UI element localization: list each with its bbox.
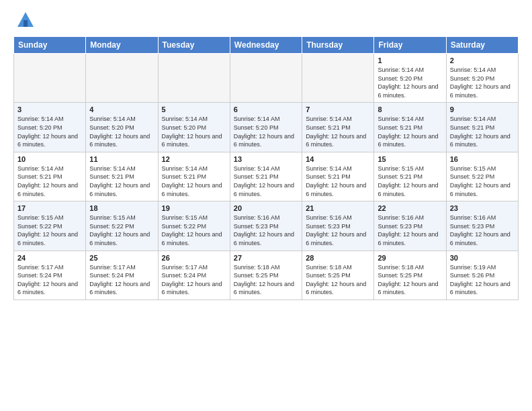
day-number: 22 (378, 204, 442, 212)
day-number: 8 (378, 105, 442, 113)
day-info: Sunrise: 5:14 AMSunset: 5:21 PMDaylight:… (450, 115, 515, 148)
day-number: 23 (450, 204, 515, 212)
page: SundayMondayTuesdayWednesdayThursdayFrid… (0, 0, 532, 307)
day-info: Sunrise: 5:14 AMSunset: 5:20 PMDaylight:… (234, 115, 298, 148)
day-info: Sunrise: 5:14 AMSunset: 5:21 PMDaylight:… (378, 115, 442, 148)
day-number: 1 (378, 56, 442, 64)
day-info: Sunrise: 5:14 AMSunset: 5:21 PMDaylight:… (234, 165, 298, 198)
calendar-cell: 6Sunrise: 5:14 AMSunset: 5:20 PMDaylight… (230, 103, 302, 152)
calendar-cell: 30Sunrise: 5:19 AMSunset: 5:26 PMDayligh… (446, 250, 518, 300)
day-number: 24 (17, 254, 82, 262)
calendar-cell: 8Sunrise: 5:14 AMSunset: 5:21 PMDaylight… (374, 103, 446, 152)
calendar-week-row: 24Sunrise: 5:17 AMSunset: 5:24 PMDayligh… (14, 250, 519, 300)
day-number: 25 (89, 254, 154, 262)
calendar-cell: 9Sunrise: 5:14 AMSunset: 5:21 PMDaylight… (446, 103, 518, 152)
day-info: Sunrise: 5:16 AMSunset: 5:23 PMDaylight:… (450, 214, 515, 247)
calendar-cell: 14Sunrise: 5:14 AMSunset: 5:21 PMDayligh… (302, 152, 374, 201)
calendar-cell (230, 54, 302, 103)
calendar-cell: 25Sunrise: 5:17 AMSunset: 5:24 PMDayligh… (86, 250, 158, 300)
calendar-cell: 29Sunrise: 5:18 AMSunset: 5:25 PMDayligh… (374, 250, 446, 300)
col-header-saturday: Saturday (446, 37, 518, 54)
col-header-sunday: Sunday (14, 37, 86, 54)
calendar-week-row: 3Sunrise: 5:14 AMSunset: 5:20 PMDaylight… (14, 103, 519, 152)
calendar-cell: 2Sunrise: 5:14 AMSunset: 5:20 PMDaylight… (446, 54, 518, 103)
calendar-cell: 12Sunrise: 5:14 AMSunset: 5:21 PMDayligh… (158, 152, 230, 201)
day-number: 15 (378, 155, 442, 163)
calendar-cell: 21Sunrise: 5:16 AMSunset: 5:23 PMDayligh… (302, 201, 374, 250)
col-header-monday: Monday (86, 37, 158, 54)
calendar-cell: 11Sunrise: 5:14 AMSunset: 5:21 PMDayligh… (86, 152, 158, 201)
col-header-thursday: Thursday (302, 37, 374, 54)
day-number: 5 (162, 105, 226, 113)
day-number: 3 (17, 105, 82, 113)
day-info: Sunrise: 5:16 AMSunset: 5:23 PMDaylight:… (234, 214, 298, 247)
day-number: 17 (17, 204, 82, 212)
day-number: 28 (306, 254, 370, 262)
calendar-cell: 28Sunrise: 5:18 AMSunset: 5:25 PMDayligh… (302, 250, 374, 300)
day-info: Sunrise: 5:17 AMSunset: 5:24 PMDaylight:… (89, 263, 154, 297)
day-info: Sunrise: 5:15 AMSunset: 5:21 PMDaylight:… (378, 165, 442, 198)
calendar-cell: 26Sunrise: 5:17 AMSunset: 5:24 PMDayligh… (158, 250, 230, 300)
col-header-wednesday: Wednesday (230, 37, 302, 54)
calendar-cell: 4Sunrise: 5:14 AMSunset: 5:20 PMDaylight… (86, 103, 158, 152)
day-info: Sunrise: 5:19 AMSunset: 5:26 PMDaylight:… (450, 263, 515, 297)
col-header-tuesday: Tuesday (158, 37, 230, 54)
day-number: 21 (306, 204, 370, 212)
header (13, 11, 519, 30)
day-info: Sunrise: 5:14 AMSunset: 5:21 PMDaylight:… (306, 115, 370, 148)
day-info: Sunrise: 5:16 AMSunset: 5:23 PMDaylight:… (378, 214, 442, 247)
day-number: 30 (450, 254, 515, 262)
day-number: 14 (306, 155, 370, 163)
calendar-cell: 16Sunrise: 5:15 AMSunset: 5:22 PMDayligh… (446, 152, 518, 201)
day-info: Sunrise: 5:17 AMSunset: 5:24 PMDaylight:… (162, 263, 226, 297)
calendar-cell: 5Sunrise: 5:14 AMSunset: 5:20 PMDaylight… (158, 103, 230, 152)
day-info: Sunrise: 5:14 AMSunset: 5:20 PMDaylight:… (450, 66, 515, 99)
calendar-cell: 1Sunrise: 5:14 AMSunset: 5:20 PMDaylight… (374, 54, 446, 103)
day-number: 12 (162, 155, 226, 163)
day-info: Sunrise: 5:14 AMSunset: 5:20 PMDaylight:… (17, 115, 82, 148)
day-info: Sunrise: 5:18 AMSunset: 5:25 PMDaylight:… (234, 263, 298, 297)
day-number: 11 (89, 155, 154, 163)
calendar-cell (14, 54, 86, 103)
day-info: Sunrise: 5:17 AMSunset: 5:24 PMDaylight:… (17, 263, 82, 297)
calendar-cell: 3Sunrise: 5:14 AMSunset: 5:20 PMDaylight… (14, 103, 86, 152)
calendar-cell: 10Sunrise: 5:14 AMSunset: 5:21 PMDayligh… (14, 152, 86, 201)
calendar-cell (302, 54, 374, 103)
day-number: 4 (89, 105, 154, 113)
calendar-table: SundayMondayTuesdayWednesdayThursdayFrid… (13, 36, 519, 300)
calendar-cell (158, 54, 230, 103)
calendar-header-row: SundayMondayTuesdayWednesdayThursdayFrid… (14, 37, 519, 54)
day-info: Sunrise: 5:18 AMSunset: 5:25 PMDaylight:… (378, 263, 442, 297)
day-info: Sunrise: 5:14 AMSunset: 5:20 PMDaylight:… (89, 115, 154, 148)
day-number: 18 (89, 204, 154, 212)
day-number: 19 (162, 204, 226, 212)
day-info: Sunrise: 5:16 AMSunset: 5:23 PMDaylight:… (306, 214, 370, 247)
logo-icon (16, 11, 35, 30)
calendar-cell: 19Sunrise: 5:15 AMSunset: 5:22 PMDayligh… (158, 201, 230, 250)
day-number: 13 (234, 155, 298, 163)
calendar-cell: 27Sunrise: 5:18 AMSunset: 5:25 PMDayligh… (230, 250, 302, 300)
day-info: Sunrise: 5:15 AMSunset: 5:22 PMDaylight:… (17, 214, 82, 247)
day-number: 2 (450, 56, 515, 64)
calendar-cell (86, 54, 158, 103)
logo (13, 11, 35, 30)
day-info: Sunrise: 5:15 AMSunset: 5:22 PMDaylight:… (450, 165, 515, 198)
day-info: Sunrise: 5:14 AMSunset: 5:21 PMDaylight:… (306, 165, 370, 198)
calendar-week-row: 1Sunrise: 5:14 AMSunset: 5:20 PMDaylight… (14, 54, 519, 103)
day-info: Sunrise: 5:14 AMSunset: 5:20 PMDaylight:… (378, 66, 442, 99)
calendar-cell: 23Sunrise: 5:16 AMSunset: 5:23 PMDayligh… (446, 201, 518, 250)
col-header-friday: Friday (374, 37, 446, 54)
calendar-cell: 22Sunrise: 5:16 AMSunset: 5:23 PMDayligh… (374, 201, 446, 250)
day-number: 10 (17, 155, 82, 163)
calendar-cell: 18Sunrise: 5:15 AMSunset: 5:22 PMDayligh… (86, 201, 158, 250)
calendar-cell: 13Sunrise: 5:14 AMSunset: 5:21 PMDayligh… (230, 152, 302, 201)
svg-rect-1 (24, 20, 28, 27)
day-number: 9 (450, 105, 515, 113)
day-number: 6 (234, 105, 298, 113)
day-number: 20 (234, 204, 298, 212)
calendar-cell: 20Sunrise: 5:16 AMSunset: 5:23 PMDayligh… (230, 201, 302, 250)
day-number: 27 (234, 254, 298, 262)
calendar-cell: 17Sunrise: 5:15 AMSunset: 5:22 PMDayligh… (14, 201, 86, 250)
day-info: Sunrise: 5:18 AMSunset: 5:25 PMDaylight:… (306, 263, 370, 297)
day-info: Sunrise: 5:15 AMSunset: 5:22 PMDaylight:… (89, 214, 154, 247)
